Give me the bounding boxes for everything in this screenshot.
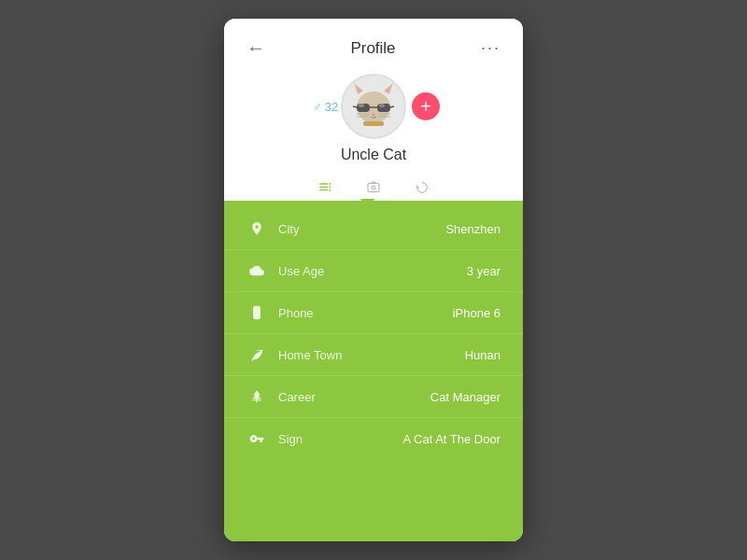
hometown-label: Home Town — [278, 348, 465, 362]
cloud-icon — [247, 263, 267, 278]
header-bar: ← Profile ··· — [243, 34, 504, 63]
useage-label: Use Age — [278, 264, 467, 278]
svg-point-11 — [359, 104, 364, 107]
gender-icon: ♂ — [313, 100, 322, 114]
profile-header: ← Profile ··· ♂ 32 — [224, 19, 523, 201]
tab-photo[interactable] — [362, 175, 385, 201]
sign-value: A Cat At The Door — [402, 432, 500, 446]
useage-value: 3 year — [467, 264, 500, 278]
leaf-icon — [247, 347, 267, 362]
svg-point-27 — [372, 186, 375, 189]
sign-label: Sign — [278, 432, 402, 446]
svg-point-24 — [329, 186, 331, 188]
career-label: Career — [278, 390, 430, 404]
phone-icon — [247, 305, 267, 320]
tab-bar — [314, 175, 433, 201]
svg-rect-22 — [319, 189, 328, 190]
history-icon — [415, 180, 430, 195]
location-icon — [247, 221, 267, 236]
gender-age: ♂ 32 — [313, 100, 338, 114]
content-area: City Shenzhen Use Age 3 year Phone iPhon… — [224, 201, 523, 541]
info-row-phone: Phone iPhone 6 — [224, 292, 523, 334]
list-icon — [317, 180, 332, 195]
city-value: Shenzhen — [445, 222, 500, 236]
career-value: Cat Manager — [430, 390, 500, 404]
photo-icon — [366, 180, 381, 195]
add-button[interactable]: + — [412, 92, 440, 120]
svg-rect-20 — [319, 183, 328, 184]
svg-rect-26 — [368, 183, 379, 191]
avatar-area: ♂ 32 — [341, 74, 406, 139]
more-button[interactable]: ··· — [477, 35, 504, 62]
phone-value: iPhone 6 — [453, 306, 500, 320]
svg-line-10 — [390, 106, 394, 107]
info-row-sign: Sign A Cat At The Door — [224, 418, 523, 459]
info-row-hometown: Home Town Hunan — [224, 334, 523, 376]
svg-point-25 — [329, 189, 331, 191]
tab-list[interactable] — [314, 175, 336, 201]
age-value: 32 — [325, 100, 338, 114]
svg-point-12 — [379, 104, 385, 107]
svg-rect-21 — [319, 187, 328, 188]
svg-line-9 — [353, 106, 357, 107]
tab-history[interactable] — [411, 175, 433, 201]
phone-label: Phone — [278, 306, 453, 320]
hometown-value: Hunan — [465, 348, 500, 362]
back-button[interactable]: ← — [243, 34, 269, 63]
page-title: Profile — [350, 39, 395, 58]
info-row-career: Career Cat Manager — [224, 376, 523, 418]
avatar-image — [343, 76, 404, 137]
tab-indicator — [360, 199, 375, 206]
username: Uncle Cat — [341, 147, 406, 163]
avatar — [341, 74, 406, 139]
key-icon — [247, 431, 267, 446]
info-row-useage: Use Age 3 year — [224, 250, 523, 292]
yen-icon — [247, 389, 267, 404]
phone-container: ← Profile ··· ♂ 32 — [224, 19, 523, 541]
info-row-city: City Shenzhen — [224, 208, 523, 250]
svg-point-19 — [371, 121, 376, 126]
svg-point-23 — [329, 183, 331, 185]
city-label: City — [278, 222, 445, 236]
